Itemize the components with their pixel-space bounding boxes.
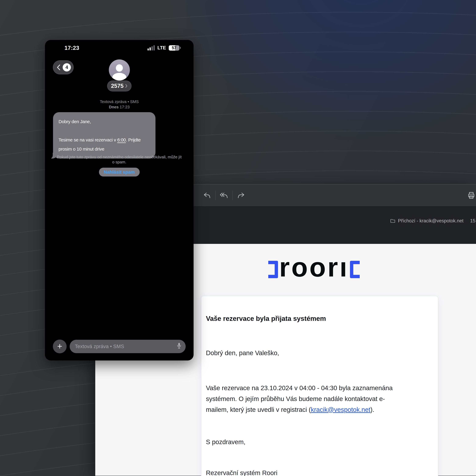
back-button[interactable]: 4 [53,60,74,74]
chevron-right-icon [125,84,128,88]
message-input[interactable] [75,343,176,350]
forward-icon [237,191,245,199]
logo-right-bracket-icon [350,261,360,278]
status-bar: 17:23 LTE 57 [45,44,194,52]
message-line-1: Dobry den Jane, [59,117,150,126]
email-greeting: Dobrý den, pane Valeško, [206,349,433,357]
date-label: Dnes 17:23 [45,104,194,110]
composer-bar: + [53,340,186,354]
phone-messages-screenshot: 17:23 LTE 57 4 2575 [45,40,194,360]
report-spam-button[interactable]: Nahlásit spam [99,168,140,176]
forward-button[interactable] [237,191,246,200]
date-word: Dnes [109,105,119,109]
reply-button[interactable] [203,191,211,200]
message-line-3: prosim o 10 minut drive [59,144,150,154]
conversation-meta: Textová zpráva • SMS Dnes 17:23 [45,99,194,110]
email-subject: Vaše rezervace byla přijata systémem [206,314,433,323]
network-type: LTE [157,45,166,51]
contact-avatar[interactable] [109,59,130,81]
status-right-cluster: LTE 57 [148,45,181,51]
message-input-field[interactable] [70,340,186,353]
message-line-2-text: Tesime se na vasi rezervaci v [59,137,117,142]
avatar-person-icon [116,64,123,72]
email-address-link[interactable]: kracik@vespotok.net [311,406,370,413]
received-message-bubble[interactable]: Dobry den Jane, Tesime se na vasi rezerv… [53,112,155,158]
cellular-signal-icon [148,45,155,51]
reply-all-icon [220,191,228,199]
print-button[interactable] [467,191,476,200]
email-signature: Rezervační systém Roori [206,469,433,476]
print-icon [467,191,476,200]
message-blank-line [59,126,150,135]
logo-left-bracket-icon [268,261,278,278]
reply-all-button[interactable] [220,191,228,200]
date-time: 17:23 [120,105,130,109]
status-time: 17:23 [65,45,79,51]
add-attachment-button[interactable]: + [53,340,67,353]
dictation-mic-icon[interactable] [176,342,182,350]
battery-nub [180,47,181,49]
roori-logo: roorı [268,258,360,281]
message-time-link[interactable]: 6:00 [117,137,126,142]
email-signoff: S pozdravem, [206,438,433,446]
plus-icon: + [57,342,62,351]
email-body-text-end: ). [370,406,374,413]
message-line-2: Tesime se na vasi rezervaci v 6:00. Prij… [59,135,150,144]
channel-label: Textová zpráva • SMS [45,99,194,104]
reply-icon [203,191,211,199]
toolbar-divider [232,190,233,200]
unread-count-badge: 4 [63,63,71,71]
folder-label[interactable]: Příchozí - kracik@vespotok.net [398,218,463,224]
battery-percent: 57 [169,45,179,51]
contact-name: 2575 [111,83,123,89]
folder-icon [390,218,395,224]
email-body-card: Vaše rezervace byla přijata systémem Dob… [201,296,438,476]
battery-icon: 57 [169,45,179,51]
spam-notice: Pokud jste tuto zprávu od neznámého odes… [49,154,189,165]
chevron-left-icon [57,64,61,71]
avatar-person-shoulders [112,73,126,81]
spam-notice-line-2: o spam. [49,160,189,165]
desktop: Příchozí - kracik@vespotok.net 15 roorı … [0,0,476,476]
logo-wordmark: roorı [279,254,349,281]
email-body-paragraph: Vaše rezervace na 23.10.2024 v 04:00 - 0… [206,383,406,415]
toolbar-divider [215,190,216,200]
contact-name-button[interactable]: 2575 [107,81,131,91]
message-line-2-end: . Prijdte [126,137,141,142]
mail-time-partial: 15 [470,218,476,224]
spam-notice-line-1: Pokud jste tuto zprávu od neznámého odes… [49,154,189,160]
